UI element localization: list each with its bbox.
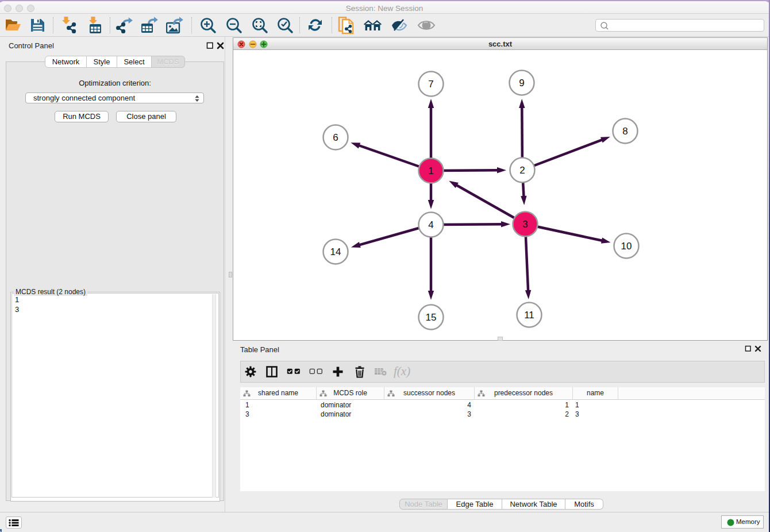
svg-text:11: 11 <box>524 310 534 321</box>
svg-text:4: 4 <box>428 219 433 230</box>
svg-text:2: 2 <box>519 165 525 176</box>
svg-text:1: 1 <box>428 165 433 176</box>
svg-text:7: 7 <box>428 79 433 90</box>
svg-text:14: 14 <box>330 246 341 257</box>
svg-text:9: 9 <box>519 78 524 88</box>
svg-text:10: 10 <box>621 241 632 252</box>
svg-text:8: 8 <box>622 126 627 137</box>
svg-text:6: 6 <box>333 132 338 143</box>
svg-text:3: 3 <box>522 219 528 230</box>
svg-text:15: 15 <box>426 312 437 323</box>
